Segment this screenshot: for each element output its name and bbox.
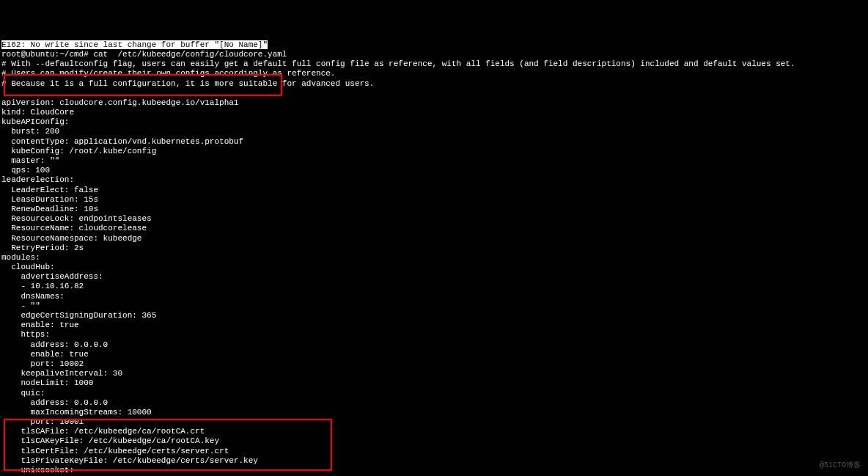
yaml-line: tlsPrivateKeyFile: /etc/kubeedge/certs/s… — [1, 456, 258, 465]
yaml-line: modules: — [1, 253, 40, 262]
shell-prompt-line: root@ubuntu:~/cmd# cat /etc/kubeedge/con… — [1, 50, 287, 59]
yaml-line: qps: 100 — [1, 166, 50, 175]
yaml-line: burst: 200 — [1, 127, 59, 136]
yaml-line: maxIncomingStreams: 10000 — [1, 408, 152, 417]
yaml-line: https: — [1, 330, 50, 339]
yaml-line: unixsocket: — [1, 466, 74, 475]
vim-error-message: E162: No write since last change for buf… — [1, 40, 268, 49]
yaml-line: nodeLimit: 1000 — [1, 378, 93, 387]
yaml-line: apiVersion: cloudcore.config.kubeedge.io… — [1, 98, 238, 107]
yaml-line: LeaseDuration: 15s — [1, 195, 98, 204]
yaml-line: dnsNames: — [1, 292, 65, 301]
yaml-line: tlsCAFile: /etc/kubeedge/ca/rootCA.crt — [1, 427, 205, 436]
yaml-line: enable: true — [1, 321, 79, 329]
comment-line: # Users can modify/create their own conf… — [1, 69, 335, 78]
yaml-line: address: 0.0.0.0 — [1, 340, 108, 349]
yaml-line: leaderelection: — [1, 175, 74, 184]
yaml-line: - 10.10.16.82 — [1, 282, 84, 290]
yaml-line: RetryPeriod: 2s — [1, 244, 84, 252]
yaml-line: edgeCertSigningDuration: 365 — [1, 311, 156, 320]
comment-line: # Because it is a full configuration, it… — [1, 79, 374, 88]
terminal-output: E162: No write since last change for buf… — [1, 40, 867, 476]
yaml-line: kubeAPIConfig: — [1, 117, 69, 126]
yaml-line: cloudHub: — [1, 263, 55, 271]
yaml-line: address: 0.0.0.0 — [1, 398, 108, 407]
yaml-line: ResourceName: cloudcorelease — [1, 224, 147, 232]
yaml-line: kind: CloudCore — [1, 108, 74, 117]
comment-line: # With --defaultconfig flag, users can e… — [1, 59, 795, 68]
yaml-line: ResourceLock: endpointsleases — [1, 214, 152, 223]
yaml-line: enable: true — [1, 350, 89, 359]
yaml-line: tlsCertFile: /etc/kubeedge/certs/server.… — [1, 447, 229, 455]
yaml-line: master: "" — [1, 156, 59, 165]
yaml-line: RenewDeadline: 10s — [1, 205, 98, 213]
yaml-line: contentType: application/vnd.kubernetes.… — [1, 137, 243, 146]
watermark-text: @51CTO博客 — [820, 461, 861, 470]
yaml-line: - "" — [1, 301, 40, 310]
yaml-line: tlsCAKeyFile: /etc/kubeedge/ca/rootCA.ke… — [1, 436, 219, 445]
yaml-line: port: 10001 — [1, 417, 84, 426]
yaml-line: LeaderElect: false — [1, 186, 98, 194]
yaml-line: kubeConfig: /root/.kube/config — [1, 147, 156, 155]
yaml-line: quic: — [1, 389, 45, 398]
yaml-line: port: 10002 — [1, 359, 84, 368]
yaml-line: ResourceNamespace: kubeedge — [1, 234, 141, 243]
yaml-line: advertiseAddress: — [1, 272, 103, 281]
yaml-line: keepaliveInterval: 30 — [1, 369, 122, 378]
